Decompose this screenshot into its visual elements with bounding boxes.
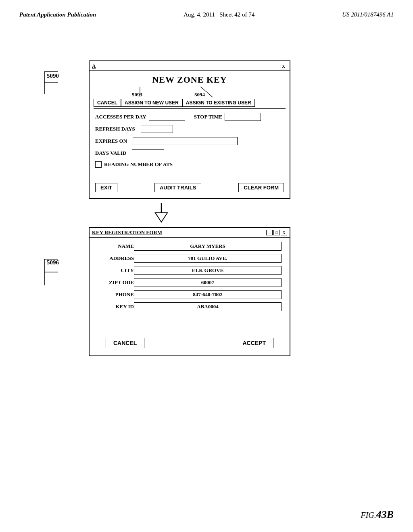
kreg-address-input[interactable] <box>134 254 282 263</box>
clear-form-button[interactable]: CLEAR FORM <box>238 183 284 192</box>
cancel-tab-button[interactable]: CANCEL <box>94 99 121 107</box>
key-registration-dialog: KEY REGISTRATION FORM — □ X NAME <box>89 227 290 356</box>
tab-connector-lines <box>94 87 286 99</box>
page-header: Patent Application Publication Aug. 4, 2… <box>0 0 413 18</box>
svg-line-2 <box>200 87 213 97</box>
nzk-refresh-label: REFRESH DAYS <box>95 126 135 132</box>
nzk-main-title: NEW ZONE KEY <box>90 75 290 85</box>
arrow-down-icon <box>153 203 169 223</box>
reading-number-checkbox[interactable] <box>95 161 102 168</box>
kreg-city-input[interactable] <box>134 266 282 275</box>
ref-5090-bracket <box>36 68 60 96</box>
figure-label: FIG.43B <box>361 509 394 521</box>
arrow-down-container <box>60 203 262 223</box>
nzk-checkbox-row: READING NUMBER OF ATS <box>90 161 290 168</box>
svg-marker-4 <box>155 213 167 222</box>
assign-new-user-tab[interactable]: ASSIGN TO NEW USER <box>121 99 182 107</box>
nzk-stoptime-label: STOP TIME <box>194 114 223 120</box>
audit-trails-button[interactable]: AUDIT TRAILS <box>154 183 201 192</box>
kreg-phone-input[interactable] <box>134 290 282 299</box>
nzk-accesses-input[interactable] <box>149 113 185 121</box>
kreg-keyid-label: KEY ID <box>98 303 134 310</box>
kreg-form-fields: NAME ADDRESS CITY <box>90 238 290 311</box>
kreg-address-label: ADDRESS <box>98 255 134 262</box>
header-patent-number: US 2011/0187496 A1 <box>342 11 394 18</box>
kreg-phone-label: PHONE <box>98 291 134 298</box>
kreg-minimize-button[interactable]: — <box>266 230 273 235</box>
kreg-zip-label: ZIP CODE <box>98 279 134 286</box>
kreg-zip-input[interactable] <box>134 278 282 287</box>
kreg-title-bar: KEY REGISTRATION FORM — □ X <box>90 228 290 238</box>
kreg-cancel-button[interactable]: CANCEL <box>106 338 144 348</box>
kreg-city-label: CITY <box>98 267 134 274</box>
exit-button[interactable]: EXIT <box>95 183 117 192</box>
kreg-action-buttons: CANCEL ACCEPT <box>90 330 290 348</box>
nzk-close-button[interactable]: X <box>280 63 287 69</box>
nzk-refresh-input[interactable] <box>141 125 173 133</box>
nzk-expires-input[interactable] <box>133 137 238 145</box>
nzk-action-buttons: EXIT AUDIT TRAILS CLEAR FORM <box>90 183 290 192</box>
ref-5096-bracket <box>36 251 60 291</box>
kreg-title: KEY REGISTRATION FORM <box>92 229 162 236</box>
header-date-sheet: Aug. 4, 2011 Sheet 42 of 74 <box>184 11 254 18</box>
new-zone-key-dialog: A X NEW ZONE KEY 5093 5094 <box>89 60 290 199</box>
assign-existing-user-tab[interactable]: ASSIGN TO EXISTING USER <box>182 99 255 107</box>
nzk-stoptime-input[interactable] <box>225 113 261 121</box>
kreg-restore-button[interactable]: □ <box>273 230 280 235</box>
nzk-form-fields: ACCESSES PER DAY STOP TIME REFRESH DAYS <box>90 113 290 157</box>
kreg-keyid-input[interactable] <box>134 302 282 311</box>
nzk-reading-label: READING NUMBER OF ATS <box>104 161 173 168</box>
nzk-days-valid-input[interactable] <box>132 149 164 157</box>
kreg-name-input[interactable] <box>134 242 282 251</box>
kreg-name-label: NAME <box>98 243 134 249</box>
nzk-expires-label: EXPIRES ON <box>95 138 127 144</box>
nzk-days-valid-label: DAYS VALID <box>95 150 126 156</box>
kreg-window-controls: — □ X <box>266 230 287 235</box>
nzk-accesses-label: ACCESSES PER DAY <box>95 114 146 120</box>
header-publication-title: Patent Application Publication <box>19 11 96 18</box>
nzk-title-bar-left: A <box>92 63 96 69</box>
kreg-close-button[interactable]: X <box>281 230 287 235</box>
nzk-title-bar: A X <box>90 61 290 71</box>
kreg-accept-button[interactable]: ACCEPT <box>235 338 273 348</box>
main-content: 5090 A X NEW ZONE KEY <box>32 52 363 356</box>
